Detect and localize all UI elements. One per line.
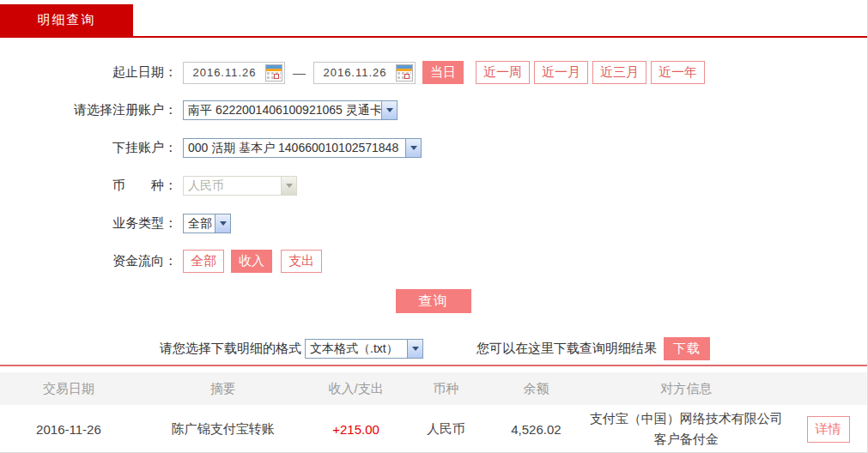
header-trade-date: 交易日期 bbox=[0, 381, 137, 397]
form-row-dates: 起止日期： 2016.11.26 — 2016.11.26 当日 近一周 近一月… bbox=[0, 61, 867, 84]
fund-flow-label: 资金流向： bbox=[0, 253, 177, 269]
detail-query-page: 明细查询 起止日期： 2016.11.26 — 2016.11.26 当日 近一… bbox=[0, 0, 868, 453]
cell-counterparty: 支付宝（中国）网络技术有限公司客户备付金 bbox=[583, 405, 789, 453]
table-divider bbox=[0, 365, 867, 366]
chevron-down-icon bbox=[405, 139, 421, 157]
fund-flow-income-button[interactable]: 收入 bbox=[231, 250, 272, 273]
fund-flow-expense-button[interactable]: 支出 bbox=[281, 250, 322, 273]
cell-amount: +215.00 bbox=[309, 422, 404, 437]
business-type-select[interactable]: 全部 bbox=[183, 214, 231, 233]
start-date-value: 2016.11.26 bbox=[184, 66, 265, 79]
cell-actions: 详情 bbox=[789, 416, 867, 443]
cell-trade-date: 2016-11-26 bbox=[0, 422, 137, 437]
download-button[interactable]: 下载 bbox=[664, 337, 710, 360]
download-row: 请您选择下载明细的格式 文本格式（.txt） 您可以在这里下载查询明细结果 下载 bbox=[160, 337, 867, 360]
table-header: 交易日期 摘要 收入/支出 币种 余额 对方信息 bbox=[0, 372, 867, 405]
detail-button[interactable]: 详情 bbox=[807, 416, 850, 443]
download-hint: 您可以在这里下载查询明细结果 bbox=[476, 341, 657, 357]
chevron-down-icon bbox=[407, 340, 422, 358]
currency-value: 人民币 bbox=[184, 178, 281, 194]
quick-range-month-button[interactable]: 近一月 bbox=[534, 61, 588, 84]
chevron-down-icon bbox=[281, 177, 296, 195]
header-counterparty: 对方信息 bbox=[583, 375, 789, 402]
chevron-down-icon bbox=[215, 214, 230, 233]
download-format-select[interactable]: 文本格式（.txt） bbox=[305, 339, 423, 359]
register-account-value: 南平 6222001406100921065 灵通卡 bbox=[184, 103, 381, 118]
end-date-input[interactable]: 2016.11.26 bbox=[313, 62, 416, 84]
query-form: 起止日期： 2016.11.26 — 2016.11.26 当日 近一周 近一月… bbox=[0, 38, 867, 360]
form-row-register-account: 请选择注册账户： 南平 6222001406100921065 灵通卡 bbox=[0, 99, 867, 122]
header-summary: 摘要 bbox=[137, 381, 309, 397]
query-button[interactable]: 查询 bbox=[396, 289, 471, 313]
tab-detail-query[interactable]: 明细查询 bbox=[0, 4, 133, 36]
business-type-label: 业务类型： bbox=[0, 215, 177, 232]
header-income-expense: 收入/支出 bbox=[309, 381, 404, 397]
business-type-value: 全部 bbox=[184, 216, 215, 232]
quick-range-quarter-button[interactable]: 近三月 bbox=[592, 61, 646, 84]
table-row: 2016-11-26 陈广锦支付宝转账 +215.00 人民币 4,526.02… bbox=[0, 405, 867, 453]
header-balance: 余额 bbox=[489, 381, 583, 397]
tab-bar: 明细查询 bbox=[0, 0, 867, 38]
sub-account-label: 下挂账户： bbox=[0, 140, 177, 156]
form-row-currency: 币 种： 人民币 bbox=[0, 174, 867, 197]
cell-balance: 4,526.02 bbox=[489, 422, 583, 437]
quick-range-year-button[interactable]: 近一年 bbox=[651, 61, 705, 84]
start-date-input[interactable]: 2016.11.26 bbox=[183, 62, 285, 84]
date-range-label: 起止日期： bbox=[0, 64, 177, 81]
calendar-icon[interactable] bbox=[396, 64, 413, 82]
sub-account-value: 000 活期 基本户 140660010102571848 bbox=[184, 141, 405, 156]
header-currency: 币种 bbox=[404, 381, 489, 397]
chevron-down-icon bbox=[381, 101, 397, 119]
register-account-label: 请选择注册账户： bbox=[0, 102, 177, 118]
date-separator: — bbox=[293, 65, 306, 80]
end-date-value: 2016.11.26 bbox=[314, 66, 396, 79]
currency-select: 人民币 bbox=[183, 176, 297, 196]
calendar-icon[interactable] bbox=[265, 64, 282, 82]
download-format-value: 文本格式（.txt） bbox=[306, 341, 407, 357]
download-format-label: 请您选择下载明细的格式 bbox=[160, 341, 301, 357]
register-account-select[interactable]: 南平 6222001406100921065 灵通卡 bbox=[183, 100, 398, 120]
form-row-business-type: 业务类型： 全部 bbox=[0, 212, 867, 235]
quick-range-week-button[interactable]: 近一周 bbox=[476, 61, 530, 84]
cell-summary: 陈广锦支付宝转账 bbox=[137, 421, 309, 438]
quick-range-today-button[interactable]: 当日 bbox=[422, 61, 464, 84]
form-row-sub-account: 下挂账户： 000 活期 基本户 140660010102571848 bbox=[0, 136, 867, 160]
form-row-fund-flow: 资金流向： 全部 收入 支出 bbox=[0, 250, 867, 273]
cell-currency: 人民币 bbox=[404, 421, 489, 438]
sub-account-select[interactable]: 000 活期 基本户 140660010102571848 bbox=[183, 138, 422, 158]
query-button-row: 查询 bbox=[0, 289, 867, 313]
currency-label: 币 种： bbox=[0, 178, 177, 194]
fund-flow-all-button[interactable]: 全部 bbox=[183, 250, 224, 273]
